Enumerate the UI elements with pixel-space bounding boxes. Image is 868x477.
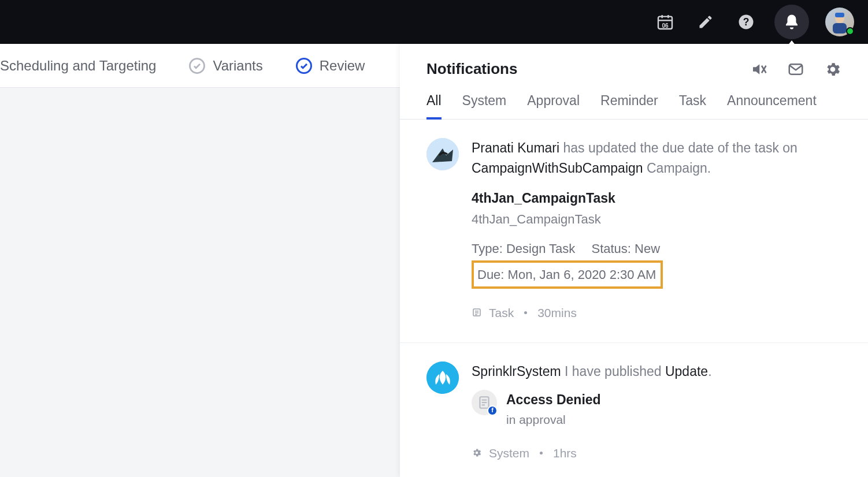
category-label: Task [489, 304, 514, 322]
help-icon[interactable]: ? [734, 10, 758, 34]
check-circle-active-icon [295, 57, 313, 74]
separator-dot [524, 311, 527, 314]
svg-text:?: ? [743, 16, 750, 28]
notification-avatar [426, 138, 459, 170]
step-scheduling[interactable]: Scheduling and Targeting [0, 58, 156, 74]
verb-text: has updated the due date of the task on [559, 140, 797, 155]
svg-rect-8 [835, 13, 844, 17]
calendar-icon[interactable]: 06 [653, 10, 677, 34]
notification-tabs: All System Approval Reminder Task Announ… [400, 86, 868, 120]
category-row: System 1hrs [472, 444, 712, 463]
notification-avatar [426, 362, 459, 394]
envelope-icon[interactable] [787, 61, 804, 78]
task-subtitle: 4thJan_CampaignTask [472, 210, 797, 229]
task-title: 4thJan_CampaignTask [472, 188, 797, 208]
category-row: Task 30mins [472, 304, 797, 322]
object-name: CampaignWithSubCampaign [472, 161, 643, 176]
actor-name: Pranati Kumari [472, 140, 559, 155]
gear-icon[interactable] [824, 61, 841, 78]
task-meta: Type: Design Task Status: New [472, 239, 797, 258]
topbar: 06 ? [0, 0, 868, 44]
facebook-badge-icon: f [487, 405, 498, 416]
verb-text: I have published [561, 364, 665, 379]
gear-small-icon [472, 448, 482, 458]
notifications-panel: Notifications [400, 44, 868, 477]
step-review-label: Review [320, 58, 365, 74]
notification-list: Pranati Kumari has updated the due date … [400, 120, 868, 477]
tab-announcement[interactable]: Announcement [727, 93, 817, 119]
object-suffix: Campaign. [643, 161, 711, 176]
step-variants-label: Variants [213, 58, 262, 74]
step-variants[interactable]: Variants [188, 57, 262, 74]
notification-item[interactable]: SprinklrSystem I have published Update. … [400, 343, 868, 477]
status-label: Status: [591, 241, 635, 256]
step-scheduling-label: Scheduling and Targeting [0, 58, 156, 74]
check-circle-icon [188, 57, 206, 74]
tab-approval[interactable]: Approval [527, 93, 580, 119]
mute-icon[interactable] [750, 61, 767, 78]
calendar-day: 06 [662, 23, 668, 29]
notification-message: Pranati Kumari has updated the due date … [472, 138, 797, 178]
tab-reminder[interactable]: Reminder [600, 93, 658, 119]
tab-task[interactable]: Task [679, 93, 706, 119]
notification-item[interactable]: Pranati Kumari has updated the due date … [400, 120, 868, 343]
presence-indicator [846, 27, 854, 35]
category-label: System [489, 444, 529, 463]
pencil-icon[interactable] [693, 10, 718, 34]
bell-icon[interactable] [774, 5, 809, 39]
access-subtitle: in approval [506, 411, 601, 429]
object-name: Update [665, 364, 708, 379]
suffix-text: . [708, 364, 711, 379]
tab-system[interactable]: System [462, 93, 507, 119]
tab-all[interactable]: All [426, 93, 442, 119]
actor-name: SprinklrSystem [472, 364, 561, 379]
list-icon [472, 307, 482, 318]
status-value: New [635, 241, 660, 256]
separator-dot [540, 452, 543, 454]
svg-rect-7 [833, 23, 847, 33]
document-icon: f [472, 390, 497, 415]
notification-message: SprinklrSystem I have published Update. [472, 362, 712, 382]
access-title: Access Denied [506, 390, 601, 410]
age-label: 1hrs [553, 444, 577, 463]
user-avatar[interactable] [825, 8, 854, 36]
due-highlight: Due: Mon, Jan 6, 2020 2:30 AM [472, 260, 663, 289]
step-review[interactable]: Review [295, 57, 365, 74]
due-value: Mon, Jan 6, 2020 2:30 AM [508, 267, 656, 282]
panel-title: Notifications [426, 60, 517, 78]
type-value: Design Task [506, 241, 575, 256]
age-label: 30mins [537, 304, 577, 322]
due-label: Due: [477, 267, 508, 282]
type-label: Type: [472, 241, 506, 256]
